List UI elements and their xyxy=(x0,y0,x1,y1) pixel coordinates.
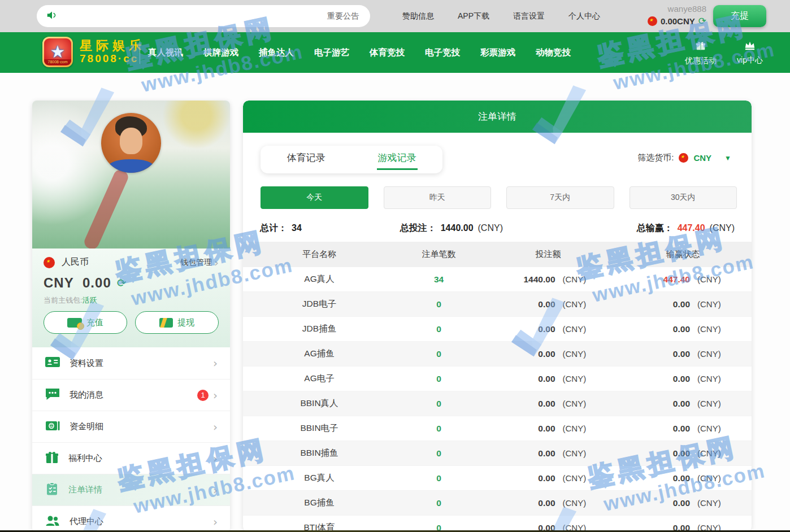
total-winloss-label: 总输赢： xyxy=(637,223,673,234)
sidebar-item-welfare[interactable]: 福利中心 › xyxy=(32,442,230,474)
date-filter-yesterday[interactable]: 昨天 xyxy=(384,186,492,209)
sidebar-item-label: 资料设置 xyxy=(70,358,103,369)
winloss-amount: 0.00 xyxy=(636,374,690,384)
sidebar-item-messages[interactable]: 我的消息 1 › xyxy=(32,379,230,411)
topbar-link-0[interactable]: 赞助信息 xyxy=(402,11,434,21)
bet-currency: (CNY) xyxy=(563,274,596,284)
recharge-withdraw-button[interactable]: 充提 xyxy=(713,5,766,27)
promotions-label: 优惠活动 xyxy=(685,56,717,66)
winloss-amount: 0.00 xyxy=(636,498,690,508)
wallet-refresh-icon[interactable]: ⟳ xyxy=(117,277,127,289)
winloss-amount: 0.00 xyxy=(636,299,690,309)
summary-row: 总计： 34 总投注： 1440.00 (CNY) 总输赢： 447.40 (C… xyxy=(243,218,752,238)
chevron-right-icon: › xyxy=(214,257,219,268)
promotions-nav-item[interactable]: 优惠活动 xyxy=(685,40,717,66)
deposit-button[interactable]: 充值 xyxy=(44,311,127,334)
nav-item-6[interactable]: 彩票游戏 xyxy=(480,47,515,59)
chevron-right-icon: › xyxy=(213,421,218,433)
nav-item-7[interactable]: 动物竞技 xyxy=(536,47,571,59)
winloss-currency: (CNY) xyxy=(697,349,730,359)
withdraw-label: 提现 xyxy=(177,317,194,328)
bet-count: 0 xyxy=(396,448,482,459)
chevron-right-icon: › xyxy=(213,357,218,369)
bet-currency: (CNY) xyxy=(563,349,596,359)
sidebar-item-bet-details[interactable]: 注单详情 › xyxy=(32,474,230,505)
tab-label: 体育记录 xyxy=(286,149,327,170)
bet-count: 34 xyxy=(396,274,482,285)
bet-count: 0 xyxy=(396,498,482,508)
wallet-manage-link[interactable]: 钱包管理 › xyxy=(180,257,219,268)
sidebar-item-agent[interactable]: 代理中心 › xyxy=(32,505,230,532)
table-row: AG电子 0 0.00(CNY) 0.00(CNY) xyxy=(243,367,752,391)
vip-nav-item[interactable]: vip中心 xyxy=(737,40,763,66)
gift-icon xyxy=(694,40,707,54)
tab-sports-records[interactable]: 体育记录 xyxy=(261,146,351,173)
date-filter-30days[interactable]: 30天内 xyxy=(630,186,737,209)
winloss-amount: 447.40 xyxy=(636,274,690,285)
platform-name: JDB电子 xyxy=(243,298,396,310)
date-filter-7days[interactable]: 7天内 xyxy=(506,186,614,209)
refresh-balance-icon[interactable]: ⟳ xyxy=(698,16,706,26)
record-tabs: 体育记录 游戏记录 xyxy=(261,146,442,173)
bet-currency: (CNY) xyxy=(563,473,596,483)
nav-item-3[interactable]: 电子游艺 xyxy=(314,47,349,59)
nav-item-0[interactable]: 真人视讯 xyxy=(148,47,183,59)
bet-count: 0 xyxy=(396,324,482,334)
bet-amount: 0.00 xyxy=(501,299,555,309)
total-winloss-value: 447.40 xyxy=(678,223,705,233)
chevron-right-icon: › xyxy=(213,390,218,401)
sidebar-item-label: 我的消息 xyxy=(70,390,103,400)
chevron-right-icon: › xyxy=(213,516,218,527)
currency-filter[interactable]: 筛选货币: ★ CNY ▼ xyxy=(637,152,731,163)
topbar-link-2[interactable]: 语言设置 xyxy=(513,11,545,21)
bet-amount: 0.00 xyxy=(501,473,555,483)
date-filter-today[interactable]: 今天 xyxy=(261,186,368,209)
brand-badge-icon: ★ 78008·com xyxy=(42,37,73,67)
winloss-currency: (CNY) xyxy=(697,498,730,508)
announcement-bar[interactable]: 重要公告 xyxy=(37,5,370,27)
nav-item-2[interactable]: 捕鱼达人 xyxy=(259,47,294,59)
table-row: BBIN捕鱼 0 0.00(CNY) 0.00(CNY) xyxy=(243,441,752,466)
sidebar-item-funds[interactable]: 资金明细 › xyxy=(32,411,230,442)
brand-logo[interactable]: ★ 78008·com 星际娱乐 78008·cc xyxy=(42,37,145,67)
platform-name: BBIN电子 xyxy=(243,422,396,434)
bet-currency: (CNY) xyxy=(563,299,596,309)
gift-box-icon xyxy=(45,450,59,467)
table-row: BTI体育 0 0.00(CNY) 0.00(CNY) xyxy=(243,516,752,532)
table-body: AG真人 34 1440.00(CNY) 447.40(CNY) JDB电子 0… xyxy=(243,267,752,532)
withdraw-button[interactable]: 提现 xyxy=(135,311,219,334)
withdraw-icon xyxy=(159,318,173,328)
china-flag-icon: ★ xyxy=(648,16,657,26)
topbar-link-3[interactable]: 个人中心 xyxy=(568,11,600,21)
bet-amount: 0.00 xyxy=(501,448,555,459)
crown-icon xyxy=(744,40,756,54)
platform-name: JDB捕鱼 xyxy=(243,323,396,335)
nav-item-1[interactable]: 棋牌游戏 xyxy=(203,47,238,59)
table-row: AG真人 34 1440.00(CNY) 447.40(CNY) xyxy=(243,267,752,292)
profile-bg-decoration xyxy=(83,168,131,248)
col-count: 注单笔数 xyxy=(396,249,482,260)
nav-item-5[interactable]: 电子竞技 xyxy=(425,47,460,59)
dropdown-arrow-icon[interactable]: ▼ xyxy=(724,154,731,162)
china-flag-icon: ★ xyxy=(679,153,688,163)
user-block: wanye888 ★ 0.00CNY ⟳ xyxy=(648,3,706,26)
sidebar-item-label: 注单详情 xyxy=(68,485,102,495)
winloss-amount: 0.00 xyxy=(636,324,690,334)
table-row: BBIN电子 0 0.00(CNY) 0.00(CNY) xyxy=(243,416,752,441)
bet-currency: (CNY) xyxy=(563,399,596,408)
avatar[interactable] xyxy=(101,113,161,173)
tab-label: 游戏记录 xyxy=(377,149,418,170)
sidebar-item-label: 福利中心 xyxy=(68,453,102,464)
wallet-currency-code: CNY xyxy=(44,275,74,290)
sidebar-item-profile-settings[interactable]: 资料设置 › xyxy=(32,347,230,379)
topbar-link-1[interactable]: APP下载 xyxy=(458,11,489,21)
people-icon xyxy=(45,514,60,530)
main-card: 注单详情 体育记录 游戏记录 筛选货币: ★ CNY ▼ 今天 昨天 7天内 3… xyxy=(243,101,752,532)
bet-currency: (CNY) xyxy=(563,324,596,334)
chevron-right-icon: › xyxy=(213,485,218,496)
nav-item-4[interactable]: 体育竞技 xyxy=(370,47,405,59)
nav-items: 真人视讯棋牌游戏捕鱼达人电子游艺体育竞技电子竞技彩票游戏动物竞技 xyxy=(148,32,571,73)
tab-game-records[interactable]: 游戏记录 xyxy=(351,146,442,173)
platform-name: BBIN真人 xyxy=(243,398,396,409)
wallet-status-label: 当前主钱包: xyxy=(44,296,83,304)
